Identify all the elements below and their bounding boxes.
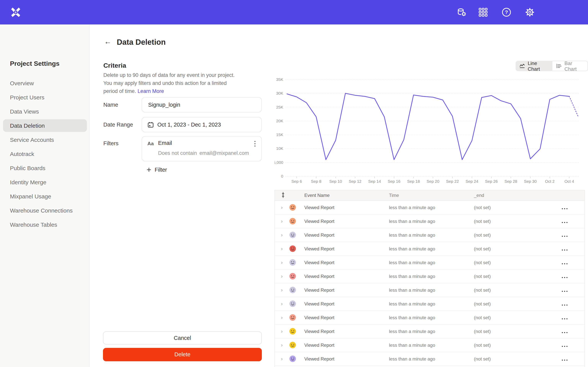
svg-text:Sep 10: Sep 10 [329, 179, 342, 184]
row-actions-menu-icon[interactable] [562, 235, 568, 237]
row-expand-chevron-icon[interactable]: › [281, 301, 289, 307]
line-chart-button[interactable]: Line Chart [516, 61, 552, 71]
table-row[interactable]: ›Viewed Reportless than a minute ago(not… [275, 311, 585, 325]
string-type-icon: Aa [147, 141, 154, 146]
table-row[interactable]: ›Viewed Reportless than a minute ago(not… [275, 269, 585, 283]
table-row[interactable]: ›Viewed Reportless than a minute ago(not… [275, 215, 585, 228]
sidebar-item-overview[interactable]: Overview [0, 76, 89, 90]
svg-text:5,000: 5,000 [275, 160, 283, 165]
settings-gear-icon[interactable] [524, 7, 535, 17]
sidebar-item-service-accounts[interactable]: Service Accounts [0, 133, 89, 147]
svg-text:0: 0 [281, 174, 283, 178]
column-header-event-name[interactable]: Event Name [304, 193, 389, 198]
row-expand-chevron-icon[interactable]: › [281, 232, 289, 238]
cell-event-name: Viewed Report [304, 205, 389, 210]
row-actions-menu-icon[interactable] [562, 277, 568, 278]
cell-event-name: Viewed Report [304, 315, 389, 320]
chart-canvas: 35K30K25K20K15K10K5,0000Sep 6Sep 8Sep 10… [275, 76, 585, 187]
table-row[interactable]: ›Viewed Reportless than a minute ago(not… [275, 338, 585, 352]
sidebar-item-data-views[interactable]: Data Views [0, 104, 89, 118]
svg-text:30K: 30K [276, 91, 283, 95]
row-expand-chevron-icon[interactable]: › [281, 315, 289, 320]
row-expand-chevron-icon[interactable]: › [281, 328, 289, 334]
cell-end: (not set) [474, 342, 562, 348]
sidebar-nav-list: OverviewProject UsersData ViewsData Dele… [0, 76, 89, 232]
cell-time: less than a minute ago [389, 315, 474, 320]
table-row[interactable]: ›Viewed Reportless than a minute ago(not… [275, 325, 585, 338]
table-row[interactable]: ›Viewed Reportless than a minute ago(not… [275, 352, 585, 366]
filter-property[interactable]: Email [158, 140, 172, 146]
sidebar-item-warehouse-tables[interactable]: Warehouse Tables [0, 217, 89, 232]
row-actions-menu-icon[interactable] [562, 208, 568, 209]
row-actions-menu-icon[interactable] [562, 263, 568, 264]
row-expand-chevron-icon[interactable]: › [281, 218, 289, 224]
cell-time: less than a minute ago [389, 287, 474, 293]
apps-grid-icon[interactable] [478, 7, 488, 17]
sidebar-item-identity-merge[interactable]: Identity Merge [0, 175, 89, 189]
cell-time: less than a minute ago [389, 232, 474, 238]
svg-text:Sep 6: Sep 6 [292, 179, 302, 184]
back-arrow-icon[interactable]: ← [104, 37, 111, 46]
add-filter-button[interactable]: Filter [147, 167, 167, 173]
row-expand-chevron-icon[interactable]: › [281, 246, 289, 251]
sidebar-item-project-users[interactable]: Project Users [0, 90, 89, 104]
cell-time: less than a minute ago [389, 342, 474, 348]
date-range-input[interactable]: Oct 1, 2023 - Dec 1, 2023 [142, 117, 262, 132]
name-field-label: Name [103, 97, 118, 112]
svg-text:25K: 25K [276, 105, 283, 109]
row-expand-chevron-icon[interactable]: › [281, 259, 289, 265]
row-actions-menu-icon[interactable] [562, 345, 568, 347]
table-row[interactable]: ›Viewed Reportless than a minute ago(not… [275, 242, 585, 256]
row-expand-chevron-icon[interactable]: › [281, 205, 289, 210]
column-header-time[interactable]: Time [389, 193, 474, 198]
filter-value[interactable]: email@mixpanel.com [199, 150, 249, 156]
events-table: Event Name Time _end ›Viewed Reportless … [275, 190, 585, 367]
filter-kebab-menu-icon[interactable] [251, 140, 258, 148]
row-expand-chevron-icon[interactable]: › [281, 342, 289, 348]
bar-chart-icon [556, 63, 562, 68]
row-actions-menu-icon[interactable] [562, 290, 568, 292]
date-range-value: Oct 1, 2023 - Dec 1, 2023 [157, 122, 221, 128]
table-row[interactable]: ›Viewed Reportless than a minute ago(not… [275, 297, 585, 311]
sidebar-item-autotrack[interactable]: Autotrack [0, 147, 89, 161]
row-expand-chevron-icon[interactable]: › [281, 356, 289, 362]
table-row[interactable]: ›Viewed Reportless than a minute ago(not… [275, 228, 585, 242]
mixpanel-logo-icon[interactable] [10, 7, 21, 18]
help-icon[interactable]: ? [501, 7, 512, 17]
cell-time: less than a minute ago [389, 218, 474, 224]
table-row[interactable]: ›Viewed Reportless than a minute ago(not… [275, 366, 585, 367]
row-actions-menu-icon[interactable] [562, 318, 568, 319]
row-expand-chevron-icon[interactable]: › [281, 287, 289, 293]
cancel-button[interactable]: Cancel [103, 332, 262, 344]
cell-end: (not set) [474, 232, 562, 238]
learn-more-link[interactable]: Learn More [138, 88, 164, 94]
cell-event-name: Viewed Report [304, 246, 389, 251]
bar-chart-button[interactable]: Bar Chart [552, 61, 588, 71]
svg-text:15K: 15K [276, 133, 283, 137]
filter-card[interactable]: Aa Email Does not contain email@mixpanel… [142, 136, 262, 161]
row-expand-chevron-icon[interactable]: › [281, 273, 289, 279]
column-header-end[interactable]: _end [474, 193, 562, 198]
table-row[interactable]: ›Viewed Reportless than a minute ago(not… [275, 201, 585, 215]
cell-end: (not set) [474, 315, 562, 320]
sidebar-item-data-deletion[interactable]: Data Deletion [3, 119, 87, 132]
row-actions-menu-icon[interactable] [562, 249, 568, 250]
row-actions-menu-icon[interactable] [562, 359, 568, 361]
data-management-icon[interactable] [456, 7, 467, 17]
user-avatar [289, 218, 296, 225]
date-range-field-label: Date Range [103, 117, 133, 132]
delete-button[interactable]: Delete [103, 348, 262, 361]
cell-event-name: Viewed Report [304, 287, 389, 293]
sort-rows-icon[interactable] [281, 192, 285, 198]
row-actions-menu-icon[interactable] [562, 332, 568, 333]
sidebar-item-mixpanel-usage[interactable]: Mixpanel Usage [0, 189, 89, 203]
sidebar-item-public-boards[interactable]: Public Boards [0, 161, 89, 175]
table-row[interactable]: ›Viewed Reportless than a minute ago(not… [275, 283, 585, 297]
row-actions-menu-icon[interactable] [562, 304, 568, 306]
cell-end: (not set) [474, 218, 562, 224]
sidebar-item-warehouse-connections[interactable]: Warehouse Connections [0, 203, 89, 217]
name-input[interactable]: Signup_login [142, 97, 262, 112]
table-row[interactable]: ›Viewed Reportless than a minute ago(not… [275, 256, 585, 269]
row-actions-menu-icon[interactable] [562, 222, 568, 223]
filter-operator[interactable]: Does not contain [158, 150, 197, 156]
